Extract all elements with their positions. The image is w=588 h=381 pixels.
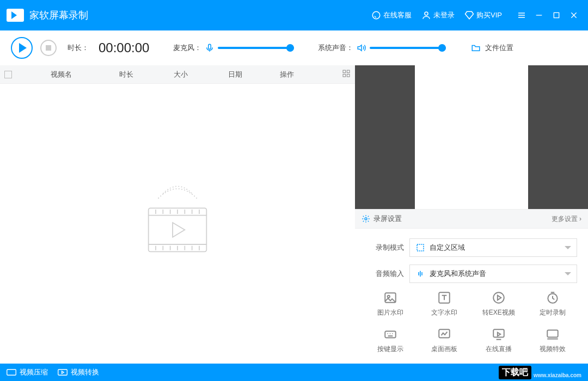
col-size: 大小 xyxy=(154,70,208,79)
mic-volume-slider[interactable] xyxy=(218,47,294,49)
settings-header: 录屏设置 更多设置 › xyxy=(355,209,588,229)
clock-icon xyxy=(546,291,560,305)
monitor-play-icon xyxy=(492,327,506,341)
duration-label: 时长： xyxy=(68,43,89,53)
svg-rect-8 xyxy=(149,208,207,251)
record-mode-label: 录制模式 xyxy=(366,243,409,253)
record-button[interactable] xyxy=(11,37,33,59)
gear-icon xyxy=(362,214,370,223)
compress-icon xyxy=(7,368,16,376)
settings-body: 录制模式 自定义区域 音频输入 麦克风和系统声音 图片水印 文字水印 转EXE视 xyxy=(355,229,588,359)
svg-rect-6 xyxy=(343,74,346,77)
region-icon xyxy=(415,243,425,253)
svg-rect-2 xyxy=(554,13,559,17)
tool-keystroke-display[interactable]: 按键显示 xyxy=(366,327,415,354)
online-support-link[interactable]: 在线客服 xyxy=(371,10,412,20)
select-all-checkbox[interactable] xyxy=(4,71,12,78)
list-header: 视频名 时长 大小 日期 操作 xyxy=(0,65,355,84)
svg-rect-27 xyxy=(417,244,424,251)
video-list-panel: 视频名 时长 大小 日期 操作 xyxy=(0,65,355,364)
svg-point-31 xyxy=(493,292,504,303)
svg-rect-7 xyxy=(347,74,350,77)
system-audio-label: 系统声音： xyxy=(318,43,353,53)
tool-live-stream[interactable]: 在线直播 xyxy=(474,327,523,354)
footer-compress-label: 视频压缩 xyxy=(20,367,48,377)
titlebar: 家软屏幕录制 在线客服 未登录 购买VIP xyxy=(0,0,588,30)
microphone-icon[interactable] xyxy=(205,43,215,53)
control-toolbar: 时长： 00:00:00 麦克风： 系统声音： 文件位置 xyxy=(0,30,588,65)
speaker-icon[interactable] xyxy=(357,43,366,53)
maximize-button[interactable] xyxy=(549,8,564,23)
system-audio-slider[interactable] xyxy=(370,47,446,49)
preview-area xyxy=(355,65,588,209)
right-panel: 录屏设置 更多设置 › 录制模式 自定义区域 音频输入 麦克风和系统声音 xyxy=(355,65,588,364)
user-icon xyxy=(421,10,431,20)
audio-input-row: 音频输入 麦克风和系统声音 xyxy=(366,265,577,283)
tool-whiteboard[interactable]: 桌面画板 xyxy=(420,327,469,354)
duration-value: 00:00:00 xyxy=(99,40,149,56)
login-link[interactable]: 未登录 xyxy=(421,10,455,20)
svg-point-29 xyxy=(387,296,389,298)
svg-rect-4 xyxy=(343,70,346,73)
footer-convert-label: 视频转换 xyxy=(71,367,99,377)
col-actions: 操作 xyxy=(262,70,311,79)
app-logo-icon xyxy=(7,9,24,22)
grid-view-button[interactable] xyxy=(342,69,351,79)
minimize-button[interactable] xyxy=(531,8,547,23)
preview-region xyxy=(415,65,528,209)
keyboard-icon xyxy=(383,327,397,341)
effects-icon xyxy=(546,327,560,341)
record-mode-value: 自定义区域 xyxy=(430,243,465,253)
svg-rect-5 xyxy=(347,70,350,73)
audio-wave-icon xyxy=(415,269,425,279)
col-name: 视频名 xyxy=(23,70,99,79)
tool-video-effects[interactable]: 视频特效 xyxy=(529,327,578,354)
footer: 视频压缩 视频转换 下载吧 www.xiazaiba.com xyxy=(0,364,588,381)
audio-input-label: 音频输入 xyxy=(366,269,409,279)
record-mode-select[interactable]: 自定义区域 xyxy=(409,238,577,257)
svg-point-1 xyxy=(425,12,428,15)
audio-input-value: 麦克风和系统声音 xyxy=(430,269,486,279)
settings-title: 录屏设置 xyxy=(373,214,402,224)
convert-icon xyxy=(58,368,68,376)
svg-marker-11 xyxy=(173,223,185,237)
tool-convert-exe[interactable]: 转EXE视频 xyxy=(474,291,523,317)
file-location-button[interactable]: 文件位置 xyxy=(470,43,513,53)
menu-button[interactable] xyxy=(514,8,529,23)
chevron-down-icon xyxy=(565,246,571,249)
footer-convert-link[interactable]: 视频转换 xyxy=(58,367,99,377)
chevron-down-icon xyxy=(565,272,571,275)
tool-image-watermark[interactable]: 图片水印 xyxy=(366,291,415,317)
buy-vip-label: 购买VIP xyxy=(476,10,502,20)
close-button[interactable] xyxy=(566,8,581,23)
video-list-empty xyxy=(0,84,355,364)
stop-icon xyxy=(46,45,51,51)
convert-icon xyxy=(492,291,506,305)
footer-compress-link[interactable]: 视频压缩 xyxy=(7,367,48,377)
record-mode-row: 录制模式 自定义区域 xyxy=(366,238,577,257)
mic-control: 麦克风： xyxy=(173,43,294,53)
play-icon xyxy=(19,43,27,53)
audio-input-select[interactable]: 麦克风和系统声音 xyxy=(409,265,577,283)
more-settings-link[interactable]: 更多设置 › xyxy=(552,214,581,224)
file-location-label: 文件位置 xyxy=(485,43,513,53)
brand-url: www.xiazaiba.com xyxy=(534,372,581,378)
stop-button[interactable] xyxy=(40,40,57,56)
svg-rect-33 xyxy=(385,331,396,338)
svg-point-0 xyxy=(372,11,380,19)
text-icon xyxy=(437,291,451,305)
folder-icon xyxy=(470,43,482,53)
tool-scheduled-record[interactable]: 定时录制 xyxy=(529,291,578,317)
main-area: 视频名 时长 大小 日期 操作 xyxy=(0,65,588,364)
buy-vip-link[interactable]: 购买VIP xyxy=(464,10,502,20)
mic-label: 麦克风： xyxy=(173,43,201,53)
image-icon xyxy=(383,291,397,305)
online-support-label: 在线客服 xyxy=(383,10,412,20)
app-title: 家软屏幕录制 xyxy=(29,9,88,22)
col-duration: 时长 xyxy=(99,70,154,79)
diamond-icon xyxy=(464,10,474,20)
svg-point-26 xyxy=(365,218,367,220)
svg-rect-3 xyxy=(209,44,211,49)
login-label: 未登录 xyxy=(433,10,455,20)
tool-text-watermark[interactable]: 文字水印 xyxy=(420,291,469,317)
